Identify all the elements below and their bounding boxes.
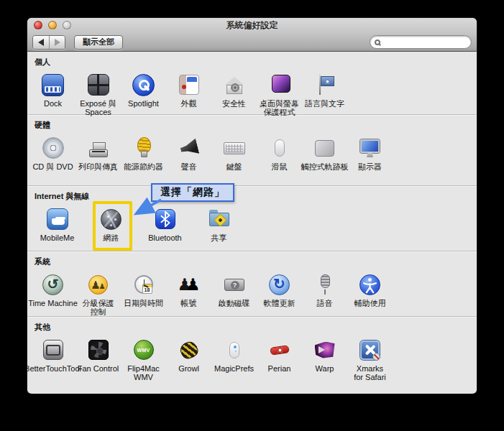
- pref-label: 軟體更新: [264, 299, 295, 307]
- pref-item-keyboard[interactable]: 鍵盤: [211, 136, 257, 171]
- pref-item-software-update[interactable]: 軟體更新: [257, 272, 302, 316]
- pref-item-appearance[interactable]: 外觀: [166, 73, 211, 116]
- pref-item-perian[interactable]: Perian: [257, 338, 302, 381]
- pref-label: 安全性: [222, 99, 246, 108]
- traffic-lights: [34, 21, 71, 29]
- desktop-screensaver-icon: [272, 75, 290, 93]
- pref-item-desktop-screensaver[interactable]: 桌面與螢幕 保護程式: [257, 73, 302, 116]
- pref-item-bettertouchtool[interactable]: BetterTouchTool: [30, 338, 75, 381]
- forward-button[interactable]: [49, 36, 65, 49]
- pref-item-universal-access[interactable]: 輔助使用: [347, 272, 393, 316]
- pref-label: Time Machine: [28, 299, 78, 307]
- pref-label: 分級保護 控制: [83, 299, 114, 316]
- pref-item-accounts[interactable]: 帳號: [166, 272, 211, 316]
- pref-item-dock[interactable]: Dock: [30, 73, 75, 116]
- pref-item-sound[interactable]: 聲音: [166, 136, 211, 171]
- pref-item-expose-spaces[interactable]: Exposé 與 Spaces: [75, 73, 121, 116]
- pref-item-mouse[interactable]: 滑鼠: [257, 136, 302, 171]
- pref-item-sharing[interactable]: 共享: [192, 207, 246, 242]
- fan-control-icon: [88, 340, 109, 360]
- warp-icon: [315, 342, 335, 358]
- pref-label: 鍵盤: [226, 162, 242, 171]
- section-header: 系統: [27, 257, 477, 267]
- pref-item-spotlight[interactable]: Spotlight: [121, 73, 166, 116]
- sound-icon: [178, 138, 199, 157]
- pref-item-fan-control[interactable]: Fan Control: [75, 338, 121, 381]
- pref-item-displays[interactable]: 顯示器: [347, 136, 393, 171]
- zoom-icon: [63, 21, 71, 29]
- pref-item-language-text[interactable]: 語言與文字: [302, 73, 347, 116]
- pref-label: 日期與時間: [124, 299, 163, 307]
- pref-label: Flip4Mac WMV: [127, 364, 160, 381]
- dock-icon: [42, 74, 64, 96]
- window-chrome: 系統偏好設定 顯示全部: [27, 18, 477, 52]
- pref-label: CD 與 DVD: [32, 162, 73, 171]
- pref-label: 列印與傳真: [78, 162, 118, 171]
- pref-item-growl[interactable]: Growl: [166, 338, 211, 381]
- pref-item-warp[interactable]: Warp: [302, 338, 347, 381]
- section-row: CD 與 DVD 列印與傳真 能源節約器 聲音 鍵盤: [27, 136, 477, 171]
- annotation-arrow-icon: [128, 197, 165, 220]
- pref-label: Dock: [44, 99, 62, 108]
- pref-label: 語言與文字: [305, 99, 344, 108]
- compass-badge-icon: [372, 353, 380, 361]
- pref-item-date-time[interactable]: 18 日期與時間: [121, 272, 166, 316]
- forward-icon: [55, 39, 60, 46]
- pref-label: Exposé 與 Spaces: [80, 99, 116, 116]
- pref-item-cd-dvd[interactable]: CD 與 DVD: [30, 136, 75, 171]
- cd-dvd-icon: [42, 137, 64, 159]
- pref-label: BetterTouchTool: [27, 364, 81, 373]
- pref-label: Warp: [316, 364, 334, 373]
- pref-item-mobileme[interactable]: MobileMe: [30, 207, 84, 242]
- show-all-button[interactable]: 顯示全部: [74, 35, 123, 50]
- section-header: 硬體: [27, 121, 477, 130]
- time-machine-icon: [42, 274, 63, 295]
- mouse-icon: [275, 139, 285, 157]
- pref-item-magicprefs[interactable]: MagicPrefs: [211, 338, 257, 381]
- pref-label: 能源節約器: [124, 162, 163, 171]
- pref-item-xmarks[interactable]: Xmarks for Safari: [347, 338, 393, 381]
- perian-icon: [270, 345, 289, 356]
- section-row: Dock Exposé 與 Spaces Spotlight 外觀 安全性: [27, 73, 477, 116]
- pref-label: Perian: [268, 364, 291, 373]
- pref-item-print-fax[interactable]: 列印與傳真: [75, 136, 121, 171]
- sharing-icon: [207, 207, 232, 231]
- pref-label: Xmarks for Safari: [354, 364, 386, 381]
- pref-item-security[interactable]: 安全性: [211, 73, 257, 116]
- date-time-icon: 18: [134, 275, 153, 294]
- pref-item-startup-disk[interactable]: 啟動磁碟: [211, 272, 257, 316]
- growl-icon: [178, 340, 199, 360]
- section-header: 個人: [27, 57, 477, 67]
- pref-item-parental-controls[interactable]: 分級保護 控制: [75, 272, 121, 316]
- pref-item-speech[interactable]: 語音: [302, 272, 347, 316]
- pref-label: Spotlight: [128, 99, 159, 108]
- pref-label: Growl: [178, 364, 199, 373]
- mobileme-icon: [47, 208, 68, 230]
- titlebar[interactable]: 系統偏好設定: [27, 18, 477, 32]
- minimize-icon[interactable]: [48, 21, 57, 29]
- parental-controls-icon: [88, 275, 108, 295]
- pref-label: 桌面與螢幕 保護程式: [260, 99, 299, 116]
- close-icon[interactable]: [34, 21, 42, 29]
- search-input[interactable]: [383, 37, 468, 47]
- pref-label: 聲音: [181, 162, 197, 171]
- pref-item-time-machine[interactable]: Time Machine: [30, 272, 75, 316]
- section-system: 系統 Time Machine 分級保護 控制 18 日期與時間 帳號: [27, 251, 477, 317]
- software-update-icon: [269, 274, 290, 295]
- xmarks-icon: [360, 340, 380, 360]
- section-header: 其他: [27, 323, 477, 332]
- pref-item-energy-saver[interactable]: 能源節約器: [121, 136, 166, 171]
- pref-label: MagicPrefs: [214, 364, 254, 373]
- startup-disk-icon: [224, 279, 244, 291]
- pref-item-flip4mac[interactable]: WMV Flip4Mac WMV: [121, 338, 166, 381]
- pref-item-trackpad[interactable]: 觸控式軌跡板: [302, 136, 347, 171]
- pref-label: Fan Control: [78, 364, 119, 373]
- pref-label: 語音: [317, 299, 333, 307]
- pref-label: 滑鼠: [272, 162, 288, 171]
- pref-label: Bluetooth: [148, 233, 181, 242]
- search-field[interactable]: [370, 35, 472, 49]
- section-row: BetterTouchTool Fan Control WMV Flip4Mac…: [27, 338, 477, 381]
- language-text-icon: [313, 73, 337, 97]
- back-button[interactable]: [33, 36, 49, 49]
- displays-icon: [360, 139, 380, 153]
